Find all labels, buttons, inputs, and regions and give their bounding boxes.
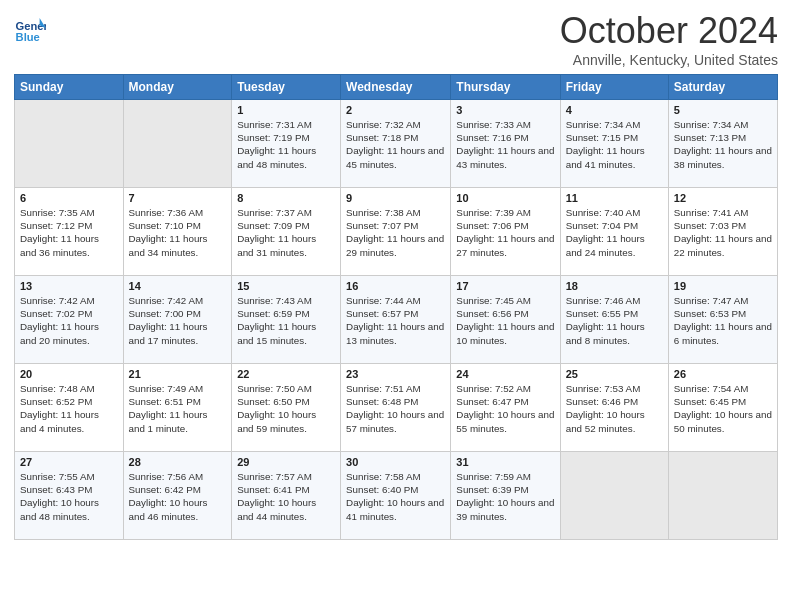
day-detail: Sunrise: 7:34 AM Sunset: 7:13 PM Dayligh… bbox=[674, 118, 772, 171]
day-number: 28 bbox=[129, 456, 227, 468]
day-detail: Sunrise: 7:44 AM Sunset: 6:57 PM Dayligh… bbox=[346, 294, 445, 347]
calendar-table: SundayMondayTuesdayWednesdayThursdayFrid… bbox=[14, 74, 778, 540]
calendar-day-header: Tuesday bbox=[232, 75, 341, 100]
calendar-cell: 11Sunrise: 7:40 AM Sunset: 7:04 PM Dayli… bbox=[560, 188, 668, 276]
day-detail: Sunrise: 7:42 AM Sunset: 7:02 PM Dayligh… bbox=[20, 294, 118, 347]
calendar-week-row: 13Sunrise: 7:42 AM Sunset: 7:02 PM Dayli… bbox=[15, 276, 778, 364]
calendar-cell bbox=[123, 100, 232, 188]
day-detail: Sunrise: 7:59 AM Sunset: 6:39 PM Dayligh… bbox=[456, 470, 554, 523]
day-number: 27 bbox=[20, 456, 118, 468]
calendar-cell: 29Sunrise: 7:57 AM Sunset: 6:41 PM Dayli… bbox=[232, 452, 341, 540]
day-number: 23 bbox=[346, 368, 445, 380]
day-detail: Sunrise: 7:55 AM Sunset: 6:43 PM Dayligh… bbox=[20, 470, 118, 523]
calendar-day-header: Saturday bbox=[668, 75, 777, 100]
day-number: 8 bbox=[237, 192, 335, 204]
day-detail: Sunrise: 7:58 AM Sunset: 6:40 PM Dayligh… bbox=[346, 470, 445, 523]
day-detail: Sunrise: 7:35 AM Sunset: 7:12 PM Dayligh… bbox=[20, 206, 118, 259]
page-container: General Blue October 2024 Annville, Kent… bbox=[0, 0, 792, 550]
calendar-cell: 14Sunrise: 7:42 AM Sunset: 7:00 PM Dayli… bbox=[123, 276, 232, 364]
day-number: 7 bbox=[129, 192, 227, 204]
header: General Blue October 2024 Annville, Kent… bbox=[14, 10, 778, 68]
day-number: 29 bbox=[237, 456, 335, 468]
day-detail: Sunrise: 7:42 AM Sunset: 7:00 PM Dayligh… bbox=[129, 294, 227, 347]
calendar-cell: 18Sunrise: 7:46 AM Sunset: 6:55 PM Dayli… bbox=[560, 276, 668, 364]
calendar-cell bbox=[560, 452, 668, 540]
day-detail: Sunrise: 7:37 AM Sunset: 7:09 PM Dayligh… bbox=[237, 206, 335, 259]
calendar-cell: 12Sunrise: 7:41 AM Sunset: 7:03 PM Dayli… bbox=[668, 188, 777, 276]
day-number: 22 bbox=[237, 368, 335, 380]
calendar-cell: 5Sunrise: 7:34 AM Sunset: 7:13 PM Daylig… bbox=[668, 100, 777, 188]
calendar-cell: 3Sunrise: 7:33 AM Sunset: 7:16 PM Daylig… bbox=[451, 100, 560, 188]
title-block: October 2024 Annville, Kentucky, United … bbox=[560, 10, 778, 68]
calendar-cell: 27Sunrise: 7:55 AM Sunset: 6:43 PM Dayli… bbox=[15, 452, 124, 540]
day-number: 25 bbox=[566, 368, 663, 380]
day-number: 17 bbox=[456, 280, 554, 292]
calendar-day-header: Friday bbox=[560, 75, 668, 100]
day-detail: Sunrise: 7:53 AM Sunset: 6:46 PM Dayligh… bbox=[566, 382, 663, 435]
day-detail: Sunrise: 7:34 AM Sunset: 7:15 PM Dayligh… bbox=[566, 118, 663, 171]
day-detail: Sunrise: 7:56 AM Sunset: 6:42 PM Dayligh… bbox=[129, 470, 227, 523]
calendar-cell: 28Sunrise: 7:56 AM Sunset: 6:42 PM Dayli… bbox=[123, 452, 232, 540]
day-detail: Sunrise: 7:39 AM Sunset: 7:06 PM Dayligh… bbox=[456, 206, 554, 259]
calendar-day-header: Thursday bbox=[451, 75, 560, 100]
calendar-day-header: Monday bbox=[123, 75, 232, 100]
day-number: 20 bbox=[20, 368, 118, 380]
day-number: 6 bbox=[20, 192, 118, 204]
day-detail: Sunrise: 7:33 AM Sunset: 7:16 PM Dayligh… bbox=[456, 118, 554, 171]
day-number: 1 bbox=[237, 104, 335, 116]
day-detail: Sunrise: 7:36 AM Sunset: 7:10 PM Dayligh… bbox=[129, 206, 227, 259]
calendar-cell: 1Sunrise: 7:31 AM Sunset: 7:19 PM Daylig… bbox=[232, 100, 341, 188]
day-number: 5 bbox=[674, 104, 772, 116]
calendar-cell: 10Sunrise: 7:39 AM Sunset: 7:06 PM Dayli… bbox=[451, 188, 560, 276]
calendar-week-row: 27Sunrise: 7:55 AM Sunset: 6:43 PM Dayli… bbox=[15, 452, 778, 540]
logo-icon: General Blue bbox=[14, 14, 46, 46]
day-number: 13 bbox=[20, 280, 118, 292]
calendar-cell: 6Sunrise: 7:35 AM Sunset: 7:12 PM Daylig… bbox=[15, 188, 124, 276]
calendar-header-row: SundayMondayTuesdayWednesdayThursdayFrid… bbox=[15, 75, 778, 100]
day-detail: Sunrise: 7:50 AM Sunset: 6:50 PM Dayligh… bbox=[237, 382, 335, 435]
calendar-cell: 26Sunrise: 7:54 AM Sunset: 6:45 PM Dayli… bbox=[668, 364, 777, 452]
calendar-day-header: Wednesday bbox=[341, 75, 451, 100]
calendar-cell: 9Sunrise: 7:38 AM Sunset: 7:07 PM Daylig… bbox=[341, 188, 451, 276]
day-detail: Sunrise: 7:38 AM Sunset: 7:07 PM Dayligh… bbox=[346, 206, 445, 259]
day-number: 24 bbox=[456, 368, 554, 380]
day-detail: Sunrise: 7:43 AM Sunset: 6:59 PM Dayligh… bbox=[237, 294, 335, 347]
day-detail: Sunrise: 7:54 AM Sunset: 6:45 PM Dayligh… bbox=[674, 382, 772, 435]
calendar-cell: 30Sunrise: 7:58 AM Sunset: 6:40 PM Dayli… bbox=[341, 452, 451, 540]
calendar-cell bbox=[15, 100, 124, 188]
day-number: 31 bbox=[456, 456, 554, 468]
calendar-week-row: 1Sunrise: 7:31 AM Sunset: 7:19 PM Daylig… bbox=[15, 100, 778, 188]
day-number: 16 bbox=[346, 280, 445, 292]
day-detail: Sunrise: 7:46 AM Sunset: 6:55 PM Dayligh… bbox=[566, 294, 663, 347]
calendar-cell: 19Sunrise: 7:47 AM Sunset: 6:53 PM Dayli… bbox=[668, 276, 777, 364]
calendar-cell: 15Sunrise: 7:43 AM Sunset: 6:59 PM Dayli… bbox=[232, 276, 341, 364]
calendar-cell: 31Sunrise: 7:59 AM Sunset: 6:39 PM Dayli… bbox=[451, 452, 560, 540]
day-number: 9 bbox=[346, 192, 445, 204]
calendar-cell: 21Sunrise: 7:49 AM Sunset: 6:51 PM Dayli… bbox=[123, 364, 232, 452]
svg-text:Blue: Blue bbox=[16, 31, 40, 43]
day-detail: Sunrise: 7:49 AM Sunset: 6:51 PM Dayligh… bbox=[129, 382, 227, 435]
day-number: 21 bbox=[129, 368, 227, 380]
logo: General Blue bbox=[14, 14, 48, 46]
day-number: 10 bbox=[456, 192, 554, 204]
day-detail: Sunrise: 7:32 AM Sunset: 7:18 PM Dayligh… bbox=[346, 118, 445, 171]
day-detail: Sunrise: 7:48 AM Sunset: 6:52 PM Dayligh… bbox=[20, 382, 118, 435]
calendar-day-header: Sunday bbox=[15, 75, 124, 100]
day-number: 4 bbox=[566, 104, 663, 116]
day-detail: Sunrise: 7:31 AM Sunset: 7:19 PM Dayligh… bbox=[237, 118, 335, 171]
day-number: 2 bbox=[346, 104, 445, 116]
calendar-cell: 17Sunrise: 7:45 AM Sunset: 6:56 PM Dayli… bbox=[451, 276, 560, 364]
day-number: 11 bbox=[566, 192, 663, 204]
day-detail: Sunrise: 7:52 AM Sunset: 6:47 PM Dayligh… bbox=[456, 382, 554, 435]
day-detail: Sunrise: 7:47 AM Sunset: 6:53 PM Dayligh… bbox=[674, 294, 772, 347]
calendar-cell: 25Sunrise: 7:53 AM Sunset: 6:46 PM Dayli… bbox=[560, 364, 668, 452]
day-number: 18 bbox=[566, 280, 663, 292]
calendar-cell bbox=[668, 452, 777, 540]
day-detail: Sunrise: 7:40 AM Sunset: 7:04 PM Dayligh… bbox=[566, 206, 663, 259]
calendar-cell: 16Sunrise: 7:44 AM Sunset: 6:57 PM Dayli… bbox=[341, 276, 451, 364]
calendar-cell: 22Sunrise: 7:50 AM Sunset: 6:50 PM Dayli… bbox=[232, 364, 341, 452]
day-number: 19 bbox=[674, 280, 772, 292]
day-detail: Sunrise: 7:51 AM Sunset: 6:48 PM Dayligh… bbox=[346, 382, 445, 435]
day-detail: Sunrise: 7:41 AM Sunset: 7:03 PM Dayligh… bbox=[674, 206, 772, 259]
calendar-cell: 24Sunrise: 7:52 AM Sunset: 6:47 PM Dayli… bbox=[451, 364, 560, 452]
